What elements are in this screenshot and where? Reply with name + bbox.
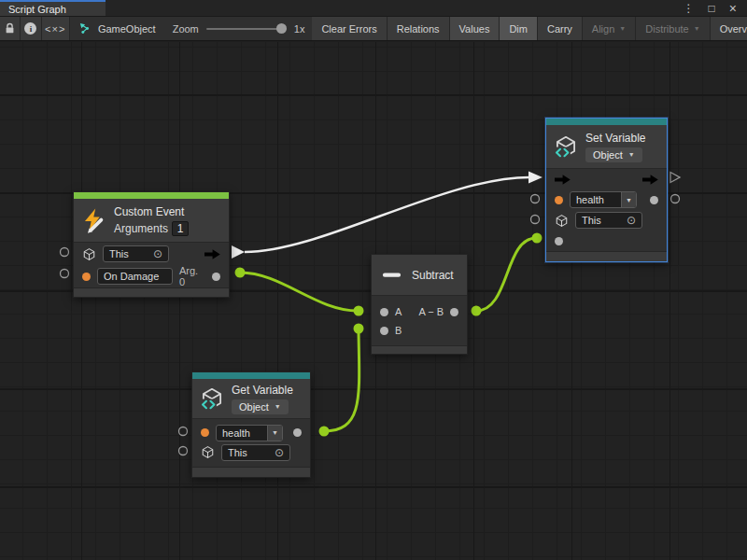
maximize-icon[interactable]: □ (709, 3, 715, 14)
variable-name-dropdown[interactable]: health ▼ (216, 425, 283, 441)
target-value: This (228, 447, 247, 458)
code-icon: <×> (45, 23, 65, 35)
graph-target[interactable]: GameObject (70, 17, 165, 40)
node-header[interactable]: Custom Event Arguments 1 (74, 199, 229, 242)
value-wire-subtract-to-setvariable[interactable] (476, 238, 536, 311)
wire-endpoint[interactable] (235, 268, 246, 278)
target-field[interactable]: This ⊙ (575, 212, 642, 229)
close-icon[interactable]: × (729, 2, 737, 15)
output-port[interactable] (450, 308, 458, 316)
trigger-out-port[interactable] (204, 249, 220, 259)
external-port[interactable] (671, 195, 680, 203)
node-title: Get Variable (232, 384, 293, 397)
scope-dropdown[interactable]: Object ▼ (232, 399, 289, 414)
trigger-in-port[interactable] (555, 175, 571, 185)
node-title: Set Variable (585, 132, 645, 145)
value-out-port[interactable] (293, 428, 302, 437)
arguments-input[interactable]: 1 (172, 221, 189, 236)
lock-button[interactable] (0, 17, 21, 40)
value-in-port[interactable] (82, 273, 91, 281)
event-name-value: On Damage (104, 271, 159, 282)
arguments-label: Arguments (114, 222, 168, 235)
align-dropdown[interactable]: Align ▼ (583, 17, 636, 40)
flow-wire-custom-event-to-set-variable[interactable] (245, 177, 529, 252)
node-subtract[interactable]: Subtract A A − B B (371, 254, 468, 355)
variable-name-dropdown[interactable]: health ▼ (570, 191, 637, 208)
relations-button[interactable]: Relations (388, 17, 450, 40)
window-controls: ⋮ □ × (684, 0, 747, 16)
input-b-label: B (395, 325, 402, 336)
cube-icon (555, 214, 569, 228)
node-custom-event[interactable]: Custom Event Arguments 1 This ⊙ (73, 191, 230, 298)
chevron-down-icon: ▼ (267, 426, 282, 441)
scope-value: Object (239, 401, 269, 413)
wire-endpoint[interactable] (532, 233, 543, 244)
flow-wire-start-arrow[interactable] (232, 245, 245, 259)
chevron-down-icon: ▼ (628, 151, 635, 158)
object-picker-icon[interactable]: ⊙ (627, 215, 636, 226)
external-port[interactable] (179, 447, 188, 455)
clear-errors-button[interactable]: Clear Errors (312, 17, 387, 40)
scope-dropdown[interactable]: Object ▼ (585, 147, 642, 162)
external-port[interactable] (61, 270, 69, 278)
wire-endpoint[interactable] (354, 324, 364, 334)
input-b-port[interactable] (380, 327, 388, 335)
port-row-flow (546, 169, 667, 189)
port-row-name: health ▼ (192, 423, 310, 442)
trigger-out-port[interactable] (642, 175, 658, 185)
object-picker-icon[interactable]: ⊙ (275, 447, 284, 458)
input-a-port[interactable] (380, 308, 388, 316)
target-field[interactable]: This ⊙ (221, 444, 290, 461)
arg-label: Arg. 0 (179, 265, 205, 287)
dim-toggle[interactable]: Dim (500, 17, 538, 40)
node-set-variable[interactable]: Set Variable Object ▼ health ▼ (545, 118, 668, 262)
zoom-slider-handle[interactable] (276, 23, 287, 34)
node-title: Subtract (412, 269, 454, 282)
name-in-port[interactable] (555, 196, 563, 204)
external-port[interactable] (179, 427, 188, 436)
node-header[interactable]: Subtract (372, 255, 467, 295)
flow-wire-end-arrow[interactable] (529, 172, 543, 184)
external-port[interactable] (61, 248, 69, 257)
graph-canvas[interactable]: Custom Event Arguments 1 This ⊙ (0, 42, 747, 560)
node-body: A A − B B (372, 295, 467, 345)
event-name-field[interactable]: On Damage (97, 268, 173, 285)
custom-event-icon (81, 208, 106, 233)
value-wire-getvariable-to-subtract-b[interactable] (324, 331, 359, 431)
external-port[interactable] (531, 195, 540, 203)
node-body: health ▼ This ⊙ (546, 168, 667, 251)
wire-endpoint[interactable] (319, 427, 330, 437)
code-view-button[interactable]: <×> (42, 17, 70, 40)
node-header[interactable]: Set Variable Object ▼ (546, 125, 667, 168)
distribute-dropdown[interactable]: Distribute ▼ (636, 17, 710, 40)
external-trigger-port[interactable] (670, 173, 680, 183)
node-get-variable[interactable]: Get Variable Object ▼ health ▼ (191, 371, 311, 478)
name-in-port[interactable] (201, 428, 209, 437)
tab-script-graph[interactable]: Script Graph (0, 0, 106, 16)
value-out-port[interactable] (650, 196, 658, 204)
target-field[interactable]: This ⊙ (103, 245, 169, 262)
chevron-down-icon: ▼ (694, 25, 700, 32)
carry-button[interactable]: Carry (538, 17, 583, 40)
script-graph-window: Script Graph ⋮ □ × i <×> GameObject Zoom… (0, 0, 747, 560)
node-title: Custom Event (114, 205, 189, 218)
value-in-port[interactable] (555, 237, 563, 245)
object-picker-icon[interactable]: ⊙ (153, 248, 162, 259)
node-header[interactable]: Get Variable Object ▼ (192, 379, 310, 418)
value-wire-arg0-to-subtract-a[interactable] (240, 273, 358, 311)
window-menu-icon[interactable]: ⋮ (684, 3, 695, 14)
node-color-bar (546, 119, 667, 125)
zoom-slider[interactable] (206, 28, 287, 30)
values-toggle[interactable]: Values (450, 17, 500, 40)
wire-endpoint[interactable] (354, 306, 364, 316)
overview-label: Overv (720, 23, 747, 35)
info-button[interactable]: i (21, 17, 41, 40)
port-row-target: This ⊙ (546, 210, 667, 231)
external-port[interactable] (531, 216, 540, 224)
overview-button[interactable]: Overv (711, 17, 747, 40)
tab-bar: Script Graph ⋮ □ × (0, 0, 747, 16)
tab-title: Script Graph (8, 4, 66, 15)
wire-endpoint[interactable] (472, 306, 482, 316)
distribute-label: Distribute (645, 23, 688, 35)
value-out-port[interactable] (212, 273, 220, 281)
